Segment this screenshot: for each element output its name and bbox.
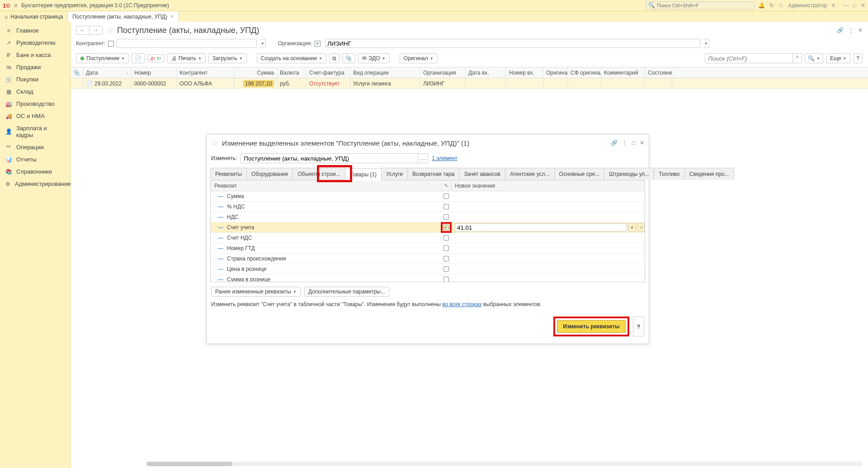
col-sforig[interactable]: СФ оригинал xyxy=(568,67,601,78)
all-rows-link[interactable]: во всех строках xyxy=(442,301,481,307)
sidebar-item-4[interactable]: 🛒Покупки xyxy=(0,73,70,85)
attr-row[interactable]: —Счет НДС xyxy=(211,233,645,243)
attr-row[interactable]: —% НДС xyxy=(211,202,645,212)
scrollbar-thumb[interactable] xyxy=(146,462,232,466)
horizontal-scrollbar[interactable] xyxy=(146,462,863,466)
attr-checkbox[interactable] xyxy=(443,194,449,199)
star-icon[interactable]: ☆ xyxy=(778,2,783,9)
filter-org-dropdown-icon[interactable]: ▼ xyxy=(703,39,709,48)
col-date[interactable]: Дата↓ xyxy=(83,67,132,78)
toolbar-search-clear-icon[interactable]: × xyxy=(793,53,802,63)
find-button[interactable]: 🔍▼ xyxy=(805,53,823,63)
attr-row[interactable]: —Цена в рознице xyxy=(211,264,645,274)
sidebar-item-7[interactable]: 🚚ОС и НМА xyxy=(0,110,70,122)
col-sum[interactable]: Сумма xyxy=(235,67,277,78)
col-attach[interactable]: 📎 xyxy=(71,67,83,78)
attr-col-value[interactable]: Новое значение xyxy=(451,183,645,189)
dialog-close-icon[interactable]: ✕ xyxy=(640,140,644,146)
attr-col-name[interactable]: Реквизит xyxy=(211,183,441,189)
dialog-help-button[interactable]: ? xyxy=(633,317,644,336)
filter-org-checkbox[interactable]: ✔ xyxy=(315,41,321,47)
col-num[interactable]: Номер xyxy=(132,67,177,78)
sidebar-item-8[interactable]: 👤Зарплата и кадры xyxy=(0,122,70,141)
prev-changed-button[interactable]: Ранее измененные реквизиты▼ xyxy=(211,287,301,297)
sidebar-item-1[interactable]: ↗Руководителю xyxy=(0,37,70,49)
help-button[interactable]: ? xyxy=(853,53,863,63)
global-search-input[interactable] xyxy=(657,3,752,8)
col-orig[interactable]: Оригинал xyxy=(543,67,568,78)
attr-checkbox[interactable] xyxy=(443,214,449,220)
col-state[interactable]: Состояние xyxy=(645,67,672,78)
col-datein[interactable]: Дата вх. xyxy=(466,67,506,78)
original-button[interactable]: Оригинал▼ xyxy=(400,53,438,63)
nav-back-icon[interactable]: ← xyxy=(76,26,90,34)
dialog-tab-5[interactable]: Возвратная тара xyxy=(407,168,460,180)
col-inv[interactable]: Счет-фактура xyxy=(307,67,350,78)
col-comm[interactable]: Комментарий xyxy=(601,67,645,78)
tab-start-page[interactable]: ⌂ Начальная страница xyxy=(0,11,68,22)
dialog-tab-3[interactable]: Товары (1) xyxy=(345,168,382,180)
more-button[interactable]: Еще▼ xyxy=(826,53,850,63)
col-curr[interactable]: Валюта xyxy=(277,67,307,78)
extra-params-button[interactable]: Дополнительные параметры... xyxy=(304,287,389,297)
attach-button[interactable]: 📎 xyxy=(342,53,355,63)
maximize-icon[interactable]: □ xyxy=(853,2,856,9)
attr-checkbox[interactable] xyxy=(443,266,449,272)
sidebar-item-10[interactable]: 📊Отчеты xyxy=(0,153,70,165)
bell-icon[interactable]: 🔔 xyxy=(758,2,765,9)
attr-checkbox[interactable] xyxy=(443,277,449,282)
dialog-menu-icon[interactable]: ⋮ xyxy=(622,140,627,146)
element-count-link[interactable]: 1 элемент xyxy=(432,155,458,161)
apply-button[interactable]: Изменить реквизиты xyxy=(557,320,625,333)
attr-row[interactable]: —Сумма в рознице xyxy=(211,274,645,282)
col-op[interactable]: Вид операции xyxy=(350,67,420,78)
edo-button[interactable]: ✉ЭДО▼ xyxy=(358,53,390,63)
main-menu-icon[interactable]: ≡ xyxy=(14,2,18,9)
filter-agent-checkbox[interactable] xyxy=(108,41,114,47)
attr-row[interactable]: —НДС xyxy=(211,212,645,222)
copy-button[interactable]: 📄 xyxy=(132,53,145,63)
dialog-tab-8[interactable]: Основные сре... xyxy=(554,168,605,180)
attr-row[interactable]: —Номер ГТД xyxy=(211,243,645,254)
filter-org-input[interactable] xyxy=(325,39,700,48)
table-row[interactable]: 📄29.03.2022 0000-000002 ООО АЛЬФА 196 20… xyxy=(71,78,868,89)
sidebar-item-12[interactable]: ⚙Администрирование xyxy=(0,178,70,190)
load-button[interactable]: Загрузить▼ xyxy=(208,53,247,63)
tab-active[interactable]: Поступление (акты, накладные, УПД) ✕ xyxy=(68,11,179,22)
global-search[interactable]: 🔍 xyxy=(646,1,755,9)
dialog-tab-9[interactable]: Штрихкоды уп... xyxy=(604,168,654,180)
change-type-more-icon[interactable]: … xyxy=(418,153,428,163)
sidebar-item-3[interactable]: 🛍Продажи xyxy=(0,61,70,73)
change-type-input[interactable] xyxy=(241,153,418,163)
settings-icon[interactable]: ≡ xyxy=(832,2,835,9)
receipt-button[interactable]: ⊕Поступление▼ xyxy=(76,53,129,63)
dtkr-button[interactable]: ДтКт xyxy=(147,54,165,62)
attr-row[interactable]: —Сумма xyxy=(211,191,645,202)
filter-agent-dropdown-icon[interactable]: ▼ xyxy=(259,39,266,48)
dialog-tab-0[interactable]: Реквизиты xyxy=(210,168,247,180)
attr-value-open-icon[interactable]: ↗ xyxy=(637,223,645,232)
tab-close-icon[interactable]: ✕ xyxy=(170,14,174,19)
attr-value-input[interactable] xyxy=(455,223,627,232)
menu-dots-icon[interactable]: ⋮ xyxy=(848,27,854,33)
history-icon[interactable]: ↻ xyxy=(769,2,774,9)
sidebar-item-6[interactable]: 🏭Производство xyxy=(0,98,70,110)
link-icon[interactable]: 🔗 xyxy=(837,27,844,33)
attr-checkbox[interactable] xyxy=(443,204,449,209)
close-icon[interactable]: ✕ xyxy=(861,2,865,9)
dialog-link-icon[interactable]: 🔗 xyxy=(611,140,618,146)
sidebar-item-9[interactable]: ᴬᴷОперации xyxy=(0,141,70,153)
dialog-tab-1[interactable]: Оборудование xyxy=(246,168,293,180)
dialog-tab-6[interactable]: Зачет авансов xyxy=(459,168,505,180)
dialog-tab-2[interactable]: Объекты строи... xyxy=(292,168,345,180)
attr-row[interactable]: —Страна происхождения xyxy=(211,254,645,264)
filter-agent-input[interactable] xyxy=(117,39,257,48)
attr-row[interactable]: —Счет учета ✔ ▼↗ xyxy=(211,222,645,233)
dialog-tab-4[interactable]: Услуги xyxy=(381,168,408,180)
dialog-maximize-icon[interactable]: □ xyxy=(632,140,635,146)
create-based-button[interactable]: Создать на основании▼ xyxy=(257,53,326,63)
dialog-tab-11[interactable]: Сведения про... xyxy=(684,168,734,180)
dialog-favorite-icon[interactable]: ☆ xyxy=(211,138,218,148)
dialog-tab-10[interactable]: Топливо xyxy=(654,168,684,180)
attr-checkbox[interactable] xyxy=(443,246,449,251)
